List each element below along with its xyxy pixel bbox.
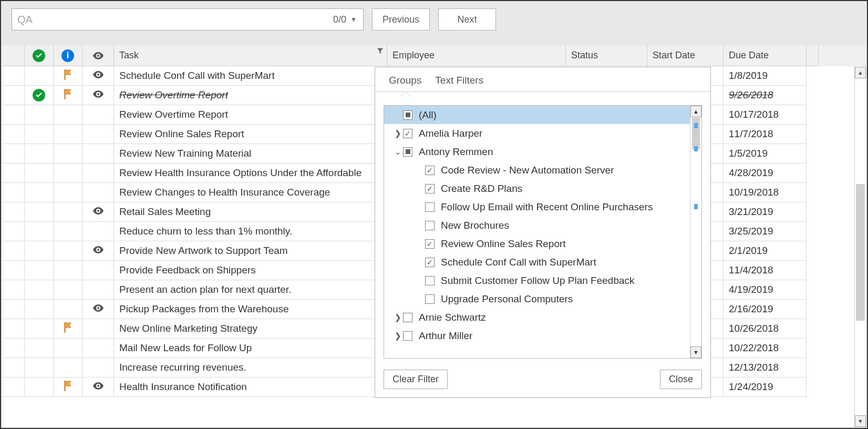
- tree-vertical-scrollbar[interactable]: ▲ ▼: [690, 106, 701, 358]
- task-cell[interactable]: Present an action plan for next quarter.: [114, 280, 387, 300]
- tree-scroll-thumb[interactable]: [692, 118, 700, 149]
- visibility-cell[interactable]: [82, 86, 114, 105]
- chevron-right-icon[interactable]: ❯: [392, 129, 403, 138]
- done-cell[interactable]: [25, 144, 54, 164]
- priority-cell[interactable]: [54, 358, 82, 377]
- filter-checkbox[interactable]: [425, 258, 435, 267]
- priority-cell[interactable]: [54, 300, 82, 319]
- due-date-cell[interactable]: 12/13/2018: [724, 358, 807, 377]
- due-date-cell[interactable]: 1/8/2019: [724, 66, 807, 86]
- filter-icon[interactable]: [377, 47, 384, 54]
- tab-groups[interactable]: Groups: [389, 75, 421, 91]
- visibility-cell[interactable]: [82, 261, 114, 280]
- scroll-thumb[interactable]: [856, 184, 865, 321]
- task-cell[interactable]: Health Insurance Notification: [114, 377, 387, 397]
- due-date-cell[interactable]: 10/19/2018: [724, 183, 807, 202]
- chevron-right-icon[interactable]: ❯: [392, 331, 403, 341]
- filter-checkbox[interactable]: [425, 276, 435, 285]
- priority-cell[interactable]: [54, 241, 82, 261]
- filter-checkbox[interactable]: [425, 239, 435, 249]
- filter-checkbox[interactable]: [425, 202, 435, 212]
- priority-cell[interactable]: [54, 164, 82, 183]
- task-cell[interactable]: Pickup Packages from the Warehouse: [114, 300, 387, 319]
- done-cell[interactable]: [25, 86, 54, 105]
- visibility-cell[interactable]: [82, 164, 114, 183]
- due-date-cell[interactable]: 10/17/2018: [724, 105, 807, 125]
- search-dropdown-icon[interactable]: ▼: [348, 16, 359, 23]
- priority-column-header[interactable]: i: [54, 45, 82, 66]
- done-cell[interactable]: [25, 105, 54, 125]
- filter-checkbox[interactable]: [425, 221, 435, 230]
- done-cell[interactable]: [25, 164, 54, 183]
- tab-text-filters[interactable]: Text Filters: [435, 75, 483, 91]
- filter-checkbox[interactable]: [425, 184, 435, 193]
- visibility-cell[interactable]: [82, 377, 114, 397]
- done-cell[interactable]: [25, 202, 54, 222]
- visibility-cell[interactable]: [82, 202, 114, 222]
- employee-column-header[interactable]: Employee: [387, 45, 566, 66]
- priority-cell[interactable]: [54, 183, 82, 202]
- visibility-cell[interactable]: [82, 280, 114, 300]
- visibility-cell[interactable]: [82, 66, 114, 86]
- chevron-right-icon[interactable]: ❯: [392, 313, 403, 322]
- task-cell[interactable]: Review Online Sales Report: [114, 125, 387, 144]
- due-date-cell[interactable]: 4/19/2019: [724, 280, 807, 300]
- done-cell[interactable]: [25, 300, 54, 319]
- search-box[interactable]: 0/0 ▼: [12, 8, 364, 30]
- priority-cell[interactable]: [54, 339, 82, 358]
- priority-cell[interactable]: [54, 105, 82, 125]
- done-cell[interactable]: [25, 222, 54, 241]
- filter-leaf-item[interactable]: Code Review - New Automation Server: [384, 161, 690, 179]
- filter-group-item[interactable]: ⌄Antony Remmen: [384, 142, 690, 161]
- visibility-cell[interactable]: [82, 222, 114, 241]
- task-cell[interactable]: Review Health Insurance Options Under th…: [114, 164, 387, 183]
- filter-group-item[interactable]: ❯Amelia Harper: [384, 124, 690, 142]
- scroll-track[interactable]: [855, 79, 866, 415]
- filter-leaf-item[interactable]: Follow Up Email with Recent Online Purch…: [384, 198, 690, 216]
- filter-checkbox[interactable]: [403, 313, 412, 322]
- visibility-cell[interactable]: [82, 241, 114, 261]
- filter-leaf-item[interactable]: Create R&D Plans: [384, 179, 690, 198]
- scroll-up-arrow-icon[interactable]: ▲: [855, 67, 866, 78]
- filter-group-item[interactable]: ❯Arthur Miller: [384, 326, 690, 345]
- priority-cell[interactable]: [54, 144, 82, 164]
- next-button[interactable]: Next: [438, 8, 496, 30]
- task-cell[interactable]: Review Overtime Report: [114, 86, 387, 105]
- visibility-cell[interactable]: [82, 300, 114, 319]
- priority-cell[interactable]: [54, 319, 82, 339]
- done-cell[interactable]: [25, 377, 54, 397]
- task-column-header[interactable]: Task: [114, 45, 387, 66]
- clear-filter-button[interactable]: Clear Filter: [384, 370, 448, 389]
- task-cell[interactable]: Provide Feedback on Shippers: [114, 261, 387, 280]
- priority-cell[interactable]: [54, 86, 82, 105]
- done-cell[interactable]: [25, 241, 54, 261]
- priority-cell[interactable]: [54, 261, 82, 280]
- chevron-down-icon[interactable]: ⌄: [392, 147, 403, 157]
- done-cell[interactable]: [25, 339, 54, 358]
- filter-all-item[interactable]: (All): [384, 106, 690, 124]
- filter-checkbox[interactable]: [425, 294, 435, 304]
- priority-cell[interactable]: [54, 377, 82, 397]
- filter-checkbox[interactable]: [403, 331, 412, 341]
- due-date-cell[interactable]: 1/5/2019: [724, 144, 807, 164]
- visibility-cell[interactable]: [82, 358, 114, 377]
- previous-button[interactable]: Previous: [372, 8, 430, 30]
- due-date-cell[interactable]: 10/26/2018: [724, 319, 807, 339]
- search-input[interactable]: [16, 13, 331, 26]
- priority-cell[interactable]: [54, 125, 82, 144]
- filter-leaf-item[interactable]: New Brochures: [384, 216, 690, 234]
- task-cell[interactable]: Reduce churn to less than 1% monthly.: [114, 222, 387, 241]
- task-cell[interactable]: Review Overtime Report: [114, 105, 387, 125]
- task-cell[interactable]: Increase recurring revenues.: [114, 358, 387, 377]
- priority-cell[interactable]: [54, 66, 82, 86]
- done-column-header[interactable]: [25, 45, 54, 66]
- close-filter-button[interactable]: Close: [660, 370, 702, 389]
- due-date-column-header[interactable]: Due Date: [724, 45, 807, 66]
- filter-checkbox[interactable]: [425, 166, 435, 175]
- grid-vertical-scrollbar[interactable]: ▲ ▼: [854, 67, 866, 427]
- due-date-cell[interactable]: 11/7/2018: [724, 125, 807, 144]
- task-cell[interactable]: Review Changes to Health Insurance Cover…: [114, 183, 387, 202]
- visibility-cell[interactable]: [82, 105, 114, 125]
- due-date-cell[interactable]: 1/24/2019: [724, 377, 807, 397]
- done-cell[interactable]: [25, 183, 54, 202]
